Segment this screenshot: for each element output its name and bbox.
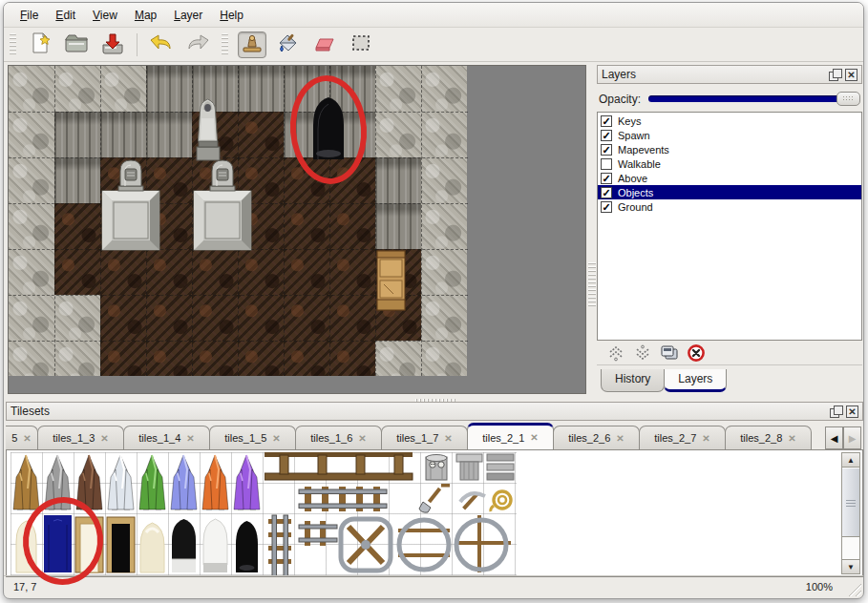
layer-row-walkable[interactable]: Walkable bbox=[598, 156, 861, 171]
opacity-slider[interactable] bbox=[648, 91, 860, 107]
tab-scroll-right-button[interactable]: ▶ bbox=[843, 426, 861, 449]
menu-file[interactable]: File bbox=[11, 6, 47, 25]
map-tile[interactable] bbox=[9, 157, 54, 203]
layer-list[interactable]: ✓Keys✓Spawn✓MapeventsWalkable✓Above✓Obje… bbox=[597, 112, 862, 341]
close-panel-icon[interactable]: ✕ bbox=[846, 405, 858, 418]
map-tile[interactable] bbox=[329, 249, 375, 295]
map-tile[interactable] bbox=[375, 203, 421, 249]
tileset-tab-tiles_1_3[interactable]: tiles_1_3✕ bbox=[37, 426, 124, 449]
map-tile[interactable] bbox=[146, 66, 192, 112]
close-tab-icon[interactable]: ✕ bbox=[530, 432, 538, 443]
tileset-tab-tiles_1_5[interactable]: tiles_1_5✕ bbox=[209, 426, 296, 449]
vertical-splitter-handle[interactable] bbox=[588, 262, 596, 308]
map-tile[interactable] bbox=[9, 249, 54, 295]
layer-row-spawn[interactable]: ✓Spawn bbox=[598, 128, 861, 142]
statue-sprite[interactable] bbox=[192, 97, 223, 162]
close-tab-icon[interactable]: ✕ bbox=[100, 433, 108, 444]
map-tile[interactable] bbox=[146, 249, 192, 295]
map-tile[interactable] bbox=[284, 341, 329, 376]
map-tile[interactable] bbox=[238, 295, 284, 341]
tileset-tab-tiles_1_7[interactable]: tiles_1_7✕ bbox=[381, 426, 468, 449]
menu-map[interactable]: Map bbox=[126, 6, 165, 25]
map-tile[interactable] bbox=[329, 295, 375, 341]
menu-help[interactable]: Help bbox=[211, 6, 252, 25]
delete-layer-button[interactable] bbox=[683, 343, 709, 364]
tileset-tab-tiles_2_1[interactable]: tiles_2_1✕ bbox=[467, 423, 554, 449]
open-tool-button[interactable] bbox=[62, 31, 91, 58]
undo-tool-button[interactable] bbox=[147, 31, 176, 58]
float-panel-icon[interactable] bbox=[829, 69, 841, 81]
layer-row-keys[interactable]: ✓Keys bbox=[598, 114, 861, 128]
fill-tool-button[interactable] bbox=[274, 31, 303, 58]
select-tool-button[interactable] bbox=[347, 31, 375, 58]
layer-row-ground[interactable]: ✓Ground bbox=[598, 199, 861, 214]
map-tile[interactable] bbox=[329, 203, 375, 249]
lower-layer-button[interactable] bbox=[629, 343, 656, 364]
close-tab-icon[interactable]: ✕ bbox=[186, 433, 194, 444]
layer-visibility-checkbox[interactable]: ✓ bbox=[601, 187, 612, 198]
tileset-tab-5[interactable]: 5✕ bbox=[6, 426, 38, 449]
tombstone-sprite[interactable] bbox=[208, 157, 237, 192]
map-tile[interactable] bbox=[9, 341, 54, 376]
map-tile[interactable] bbox=[146, 341, 192, 376]
close-tab-icon[interactable]: ✕ bbox=[358, 433, 366, 444]
map-view[interactable] bbox=[8, 65, 586, 394]
map-tile[interactable] bbox=[9, 66, 54, 112]
map-tile[interactable] bbox=[421, 66, 467, 112]
layer-visibility-checkbox[interactable]: ✓ bbox=[601, 130, 612, 141]
close-panel-icon[interactable]: ✕ bbox=[845, 69, 857, 81]
eraser-tool-button[interactable] bbox=[310, 31, 339, 58]
tileset-content[interactable]: ▲ ▼ bbox=[6, 449, 863, 577]
map-tile[interactable] bbox=[54, 295, 100, 341]
map-tile[interactable] bbox=[146, 112, 192, 157]
layer-row-mapevents[interactable]: ✓Mapevents bbox=[598, 142, 861, 156]
close-tab-icon[interactable]: ✕ bbox=[23, 433, 31, 444]
map-tile[interactable] bbox=[375, 112, 421, 157]
map-tile[interactable] bbox=[9, 112, 54, 157]
map-tile[interactable] bbox=[421, 112, 467, 157]
pedestal-sprite[interactable] bbox=[101, 190, 160, 251]
map-tile[interactable] bbox=[54, 66, 100, 112]
save-tool-button[interactable] bbox=[98, 31, 127, 58]
layer-visibility-checkbox[interactable] bbox=[601, 158, 612, 170]
opacity-thumb[interactable] bbox=[836, 92, 860, 106]
tab-scroll-left-button[interactable]: ◀ bbox=[825, 426, 843, 449]
map-tile[interactable] bbox=[421, 341, 467, 376]
tileset-tab-tiles_2_8[interactable]: tiles_2_8✕ bbox=[725, 426, 812, 449]
tileset-tab-tiles_1_4[interactable]: tiles_1_4✕ bbox=[123, 426, 210, 449]
resize-grip[interactable] bbox=[846, 581, 861, 596]
scroll-up-icon[interactable]: ▲ bbox=[842, 453, 859, 468]
black-arch-tile[interactable] bbox=[231, 513, 263, 574]
menu-view[interactable]: View bbox=[84, 6, 126, 25]
map-tile[interactable] bbox=[238, 66, 284, 112]
map-tile[interactable] bbox=[9, 203, 54, 249]
scrollbar-thumb[interactable] bbox=[842, 468, 859, 537]
tileset-tab-tiles_2_7[interactable]: tiles_2_7✕ bbox=[639, 426, 726, 449]
tileset-scrollbar[interactable]: ▲ ▼ bbox=[841, 452, 860, 574]
crate-sprite[interactable] bbox=[376, 250, 406, 311]
map-tile[interactable] bbox=[238, 249, 284, 295]
map-tile[interactable] bbox=[54, 249, 100, 295]
new-tool-button[interactable] bbox=[26, 31, 54, 58]
map-tile[interactable] bbox=[100, 341, 146, 376]
tileset-tab-tiles_2_6[interactable]: tiles_2_6✕ bbox=[553, 426, 640, 449]
map-tile[interactable] bbox=[192, 295, 238, 341]
close-tab-icon[interactable]: ✕ bbox=[444, 433, 452, 444]
pedestal-sprite[interactable] bbox=[193, 190, 252, 251]
scroll-down-icon[interactable]: ▼ bbox=[842, 559, 859, 573]
map-tile[interactable] bbox=[329, 341, 375, 376]
tab-layers[interactable]: Layers bbox=[664, 369, 727, 392]
toolbar-drag-handle[interactable] bbox=[10, 33, 16, 56]
layer-row-above[interactable]: ✓Above bbox=[598, 171, 861, 185]
layer-visibility-checkbox[interactable]: ✓ bbox=[601, 173, 612, 184]
menu-edit[interactable]: Edit bbox=[47, 6, 84, 25]
close-tab-icon[interactable]: ✕ bbox=[616, 433, 624, 444]
map-tile[interactable] bbox=[375, 157, 421, 203]
gold-crystal-tile[interactable] bbox=[11, 452, 42, 513]
close-tab-icon[interactable]: ✕ bbox=[702, 433, 709, 444]
layer-visibility-checkbox[interactable]: ✓ bbox=[601, 144, 612, 156]
map-tile[interactable] bbox=[192, 341, 238, 376]
violet-crystal-tile[interactable] bbox=[231, 452, 263, 513]
map-tile[interactable] bbox=[100, 112, 146, 157]
map-tile[interactable] bbox=[421, 157, 467, 203]
